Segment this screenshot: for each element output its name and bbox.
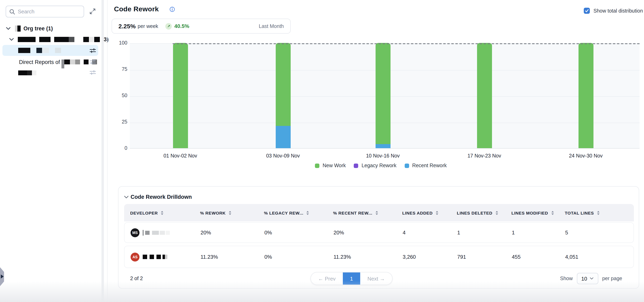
table-header-row: DEVELOPER% REWORK% LEGACY REW...% RECENT…	[124, 204, 634, 221]
table-cell: 11.23%	[328, 254, 396, 260]
stat-unit: per week	[138, 23, 158, 29]
table-cell: 1	[506, 230, 559, 236]
redaction-block	[36, 48, 42, 53]
table-cell: 455	[506, 254, 559, 260]
sort-icon[interactable]	[375, 210, 378, 215]
stat-card: 2.25% per week ↗ 40.5% Last Month	[112, 19, 291, 34]
prev-button[interactable]: ← Prev	[311, 275, 343, 281]
sidebar-scrollbar[interactable]	[102, 0, 104, 302]
sidebar-item-third[interactable]	[18, 69, 36, 77]
bar-segment-recent-rework[interactable]	[375, 144, 390, 148]
bar-segment-new-work[interactable]	[173, 43, 188, 148]
sidebar-item-selected[interactable]	[2, 45, 98, 56]
redaction-block	[166, 231, 170, 235]
sort-icon[interactable]	[551, 210, 554, 215]
redacted-developer-name	[143, 230, 170, 235]
sidebar-item-org-tree[interactable]: Org tree (1)	[6, 24, 53, 32]
bar-segment-new-work[interactable]	[477, 43, 492, 148]
redaction-block	[39, 37, 50, 42]
sort-icon[interactable]	[597, 210, 600, 215]
legend-item-legacy-rework[interactable]: Legacy Rework	[354, 163, 396, 169]
redaction-block	[54, 37, 69, 42]
redaction-block	[89, 37, 94, 42]
chart-plot-area	[130, 43, 640, 148]
sort-icon[interactable]	[161, 210, 164, 215]
redacted-third-name	[18, 70, 36, 75]
sidebar-item-group[interactable]: (3)	[9, 35, 108, 43]
chevron-down-icon[interactable]	[9, 38, 14, 41]
redaction-block	[18, 48, 30, 53]
page-1-button[interactable]: 1	[343, 272, 360, 285]
legend-swatch	[404, 163, 409, 168]
sort-icon[interactable]	[495, 210, 498, 215]
bar-segment-new-work[interactable]	[375, 43, 390, 144]
sort-icon[interactable]	[306, 210, 310, 215]
column-header-lines-deleted[interactable]: LINES DELETED	[457, 210, 505, 215]
info-icon[interactable]	[170, 7, 175, 12]
table-body: MS20%0%20%4115AS11.23%0%11.23%3,26079145…	[124, 222, 634, 268]
expand-sidebar-icon[interactable]	[89, 8, 96, 15]
bar-segment-recent-rework[interactable]	[276, 126, 290, 148]
column-header-developer[interactable]: DEVELOPER	[130, 210, 194, 215]
redaction-block	[160, 231, 165, 235]
column-header-legacy-rew[interactable]: % LEGACY REW...	[264, 210, 327, 215]
column-label: TOTAL LINES	[565, 210, 594, 215]
per-page-label: per page	[602, 276, 622, 281]
legend-label: Legacy Rework	[362, 163, 396, 169]
collapse-chevron-icon[interactable]	[124, 196, 128, 199]
x-tick-label: 01 Nov-02 Nov	[156, 153, 204, 159]
sort-icon[interactable]	[436, 210, 439, 215]
legend-item-recent-rework[interactable]: Recent Rework	[404, 163, 447, 169]
redaction-block	[162, 255, 165, 259]
direct-reports-label: Direct Reports of	[19, 59, 60, 65]
sidebar: Org tree (1) (3) Direct Reports of	[0, 0, 102, 302]
bar-segment-new-work[interactable]	[578, 43, 593, 148]
search-box[interactable]	[6, 6, 84, 18]
table-cell: 20%	[328, 230, 396, 236]
show-total-checkbox[interactable]	[584, 8, 590, 14]
column-label: LINES DELETED	[457, 210, 492, 215]
legend-item-new-work[interactable]: New Work	[315, 163, 346, 169]
sidebar-item-direct-reports[interactable]: Direct Reports of	[19, 58, 97, 66]
legend-swatch	[354, 163, 358, 168]
redaction-block	[94, 37, 100, 42]
arrow-left-icon: ←	[318, 275, 324, 281]
legend-label: Recent Rework	[412, 163, 447, 169]
redaction-block	[62, 60, 64, 68]
table-row[interactable]: MS20%0%20%4115	[124, 222, 634, 243]
avatar: AS	[130, 252, 140, 261]
filters-icon[interactable]	[90, 48, 96, 53]
search-input[interactable]	[18, 9, 74, 15]
triangle-right-icon	[1, 274, 4, 278]
filters-icon[interactable]	[90, 70, 96, 75]
show-total-label[interactable]: Show total distribution	[594, 8, 643, 14]
legend-label: New Work	[322, 163, 346, 169]
sort-icon[interactable]	[228, 210, 232, 215]
chevron-down-icon[interactable]	[6, 27, 10, 30]
next-button[interactable]: Next →	[360, 275, 392, 281]
chevron-down-icon	[590, 277, 594, 280]
show-total-distribution: Show total distribution	[584, 8, 643, 14]
column-header-recent-rew[interactable]: % RECENT REW...	[333, 210, 396, 215]
table-cell: 1	[451, 230, 506, 236]
column-header-lines-modified[interactable]: LINES MODIFIED	[512, 210, 559, 215]
column-header-lines-added[interactable]: LINES ADDED	[402, 210, 451, 215]
redaction-block	[27, 70, 32, 75]
redacted-selected-name	[18, 48, 61, 53]
redaction-block	[152, 231, 159, 235]
org-tree-label: Org tree (1)	[24, 25, 53, 31]
redacted-group-name	[18, 37, 100, 42]
page-title: Code Rework	[114, 5, 159, 13]
table-row[interactable]: AS11.23%0%11.23%3,2607914554,051	[124, 246, 634, 268]
column-header-rework[interactable]: % REWORK	[200, 210, 258, 215]
app-root: Org tree (1) (3) Direct Reports of Code …	[0, 0, 644, 302]
redaction-block	[42, 48, 49, 53]
redaction-block	[150, 255, 154, 259]
column-header-total-lines[interactable]: TOTAL LINES	[565, 210, 634, 215]
page-size-select[interactable]: 10	[577, 273, 598, 284]
show-label: Show	[560, 276, 573, 281]
bar-segment-new-work[interactable]	[276, 43, 290, 126]
column-label: LINES ADDED	[402, 210, 432, 215]
panel-divider	[107, 0, 108, 302]
filters-icon[interactable]	[90, 59, 96, 65]
